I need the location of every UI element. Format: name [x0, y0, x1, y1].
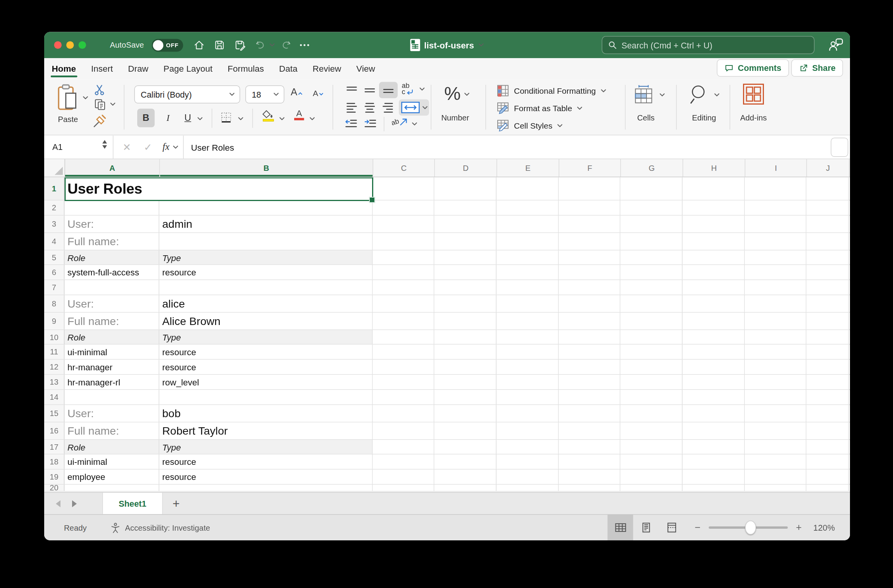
formula-input[interactable]: User Roles: [183, 136, 850, 159]
cell-F4[interactable]: [559, 233, 621, 250]
cell-F18[interactable]: [559, 454, 621, 469]
cell-H14[interactable]: [683, 390, 745, 405]
save-icon[interactable]: [212, 38, 226, 52]
cell-C2[interactable]: [373, 201, 434, 215]
row-header-9[interactable]: 9: [44, 313, 65, 330]
cell-H4[interactable]: [683, 233, 745, 250]
cell-D17[interactable]: [434, 440, 497, 454]
cell-F8[interactable]: [559, 295, 621, 312]
cell-F3[interactable]: [559, 216, 621, 233]
cell-H10[interactable]: [683, 330, 745, 344]
cell-B17[interactable]: Type: [159, 440, 373, 454]
cell-B9[interactable]: Alice Brown: [159, 313, 373, 330]
cell-A14[interactable]: [65, 390, 160, 405]
cell-H1[interactable]: [683, 177, 745, 200]
cell-B2[interactable]: [159, 201, 373, 215]
bold-button[interactable]: B: [137, 109, 155, 127]
copy-button[interactable]: [94, 98, 107, 111]
cell-J13[interactable]: [807, 375, 849, 390]
underline-menu-chevron-icon[interactable]: [197, 117, 203, 121]
cell-I6[interactable]: [745, 265, 807, 280]
presence-icon[interactable]: [828, 38, 845, 53]
wrap-text-chevron-icon[interactable]: [419, 87, 425, 91]
cell-B18[interactable]: resource: [159, 454, 373, 469]
cell-G5[interactable]: [621, 251, 683, 265]
cell-E16[interactable]: [496, 423, 559, 440]
prev-sheet-icon[interactable]: [56, 500, 60, 507]
align-center-button[interactable]: [364, 101, 376, 114]
cell-F15[interactable]: [559, 405, 621, 422]
select-all-corner[interactable]: [44, 159, 65, 177]
cell-F20[interactable]: [559, 485, 621, 491]
cell-E8[interactable]: [496, 295, 559, 312]
cell-D4[interactable]: [434, 233, 497, 250]
column-header-I[interactable]: I: [745, 159, 807, 177]
cell-E3[interactable]: [496, 216, 559, 233]
fill-color-button[interactable]: [262, 110, 274, 122]
cell-F6[interactable]: [559, 265, 621, 280]
align-right-button[interactable]: [381, 101, 394, 114]
row-header-8[interactable]: 8: [44, 295, 65, 312]
insert-function-icon[interactable]: fx: [162, 141, 169, 153]
cell-A7[interactable]: [65, 280, 160, 295]
cell-F17[interactable]: [559, 440, 621, 454]
cell-J16[interactable]: [807, 423, 849, 440]
cell-B19[interactable]: resource: [159, 469, 373, 484]
cell-J15[interactable]: [807, 405, 849, 422]
cell-I2[interactable]: [745, 201, 807, 215]
cell-H13[interactable]: [683, 375, 745, 390]
cell-H18[interactable]: [683, 454, 745, 469]
cell-J20[interactable]: [807, 485, 849, 491]
row-header-14[interactable]: 14: [44, 390, 65, 405]
text-orientation-chevron-icon[interactable]: [412, 122, 417, 126]
cell-D5[interactable]: [434, 251, 497, 265]
cell-B10[interactable]: Type: [159, 330, 373, 344]
cell-G6[interactable]: [621, 265, 683, 280]
cancel-icon[interactable]: ✕: [123, 141, 131, 153]
cell-B7[interactable]: [159, 280, 373, 295]
name-box[interactable]: A1: [44, 136, 114, 159]
cell-A10[interactable]: Role: [65, 330, 160, 344]
cell-H9[interactable]: [683, 313, 745, 330]
cell-D1[interactable]: [434, 177, 497, 200]
tab-draw[interactable]: Draw: [128, 59, 148, 79]
tab-review[interactable]: Review: [313, 59, 341, 79]
cell-D8[interactable]: [434, 295, 497, 312]
cell-C12[interactable]: [373, 360, 434, 375]
borders-menu-chevron-icon[interactable]: [238, 117, 244, 121]
wrap-text-button[interactable]: ab c: [402, 82, 414, 96]
cell-H15[interactable]: [683, 405, 745, 422]
cell-I14[interactable]: [745, 390, 807, 405]
cell-J17[interactable]: [807, 440, 849, 454]
cell-A2[interactable]: [65, 201, 160, 215]
cell-A11[interactable]: ui-minimal: [65, 345, 160, 359]
tab-page-layout[interactable]: Page Layout: [164, 59, 212, 79]
align-top-button[interactable]: [345, 84, 358, 96]
column-header-F[interactable]: F: [559, 159, 621, 177]
column-header-G[interactable]: G: [621, 159, 683, 177]
cell-F16[interactable]: [559, 423, 621, 440]
cell-D16[interactable]: [434, 423, 497, 440]
cell-H12[interactable]: [683, 360, 745, 375]
cell-B3[interactable]: admin: [159, 216, 373, 233]
column-header-H[interactable]: H: [683, 159, 746, 177]
cell-A12[interactable]: hr-manager: [65, 360, 160, 375]
format-painter-button[interactable]: [93, 113, 108, 129]
cell-H17[interactable]: [683, 440, 745, 454]
text-orientation-button[interactable]: ab: [391, 117, 409, 126]
cell-C8[interactable]: [373, 295, 434, 312]
cell-G2[interactable]: [621, 201, 683, 215]
cell-G10[interactable]: [621, 330, 683, 344]
cell-H16[interactable]: [683, 423, 745, 440]
cell-C4[interactable]: [373, 233, 434, 250]
search-input[interactable]: Search (Cmd + Ctrl + U): [602, 36, 815, 54]
column-header-D[interactable]: D: [435, 159, 497, 177]
add-sheet-button[interactable]: +: [163, 493, 190, 514]
cell-I9[interactable]: [745, 313, 807, 330]
row-header-7[interactable]: 7: [44, 280, 65, 295]
cell-J18[interactable]: [807, 454, 849, 469]
cell-J1[interactable]: [807, 177, 849, 200]
page-break-view-button[interactable]: [659, 515, 684, 540]
cell-J11[interactable]: [807, 345, 849, 359]
merge-center-button[interactable]: [399, 100, 429, 116]
